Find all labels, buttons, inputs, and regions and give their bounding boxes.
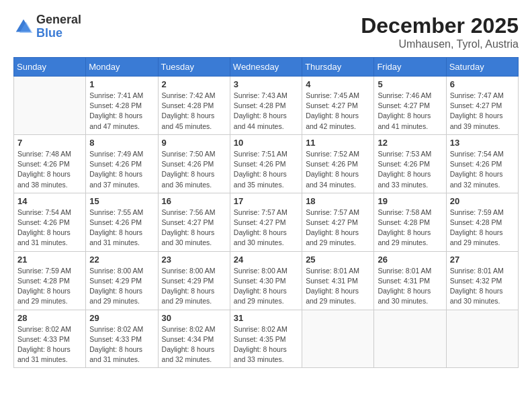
logo-text: General Blue: [36, 13, 81, 40]
logo-icon: [13, 17, 34, 37]
calendar-day-cell: 14Sunrise: 7:54 AMSunset: 4:26 PMDayligh…: [14, 193, 86, 251]
day-info: Sunrise: 7:48 AMSunset: 4:26 PMDaylight:…: [17, 149, 82, 190]
day-info: Sunrise: 7:43 AMSunset: 4:28 PMDaylight:…: [234, 91, 298, 132]
day-info: Sunrise: 8:02 AMSunset: 4:35 PMDaylight:…: [234, 324, 298, 365]
calendar-week-row: 21Sunrise: 7:59 AMSunset: 4:28 PMDayligh…: [14, 251, 519, 310]
calendar-day-cell: 5Sunrise: 7:46 AMSunset: 4:27 PMDaylight…: [374, 77, 446, 135]
day-number: 5: [378, 79, 442, 89]
calendar-day-cell: 1Sunrise: 7:41 AMSunset: 4:28 PMDaylight…: [86, 77, 158, 135]
day-number: 9: [162, 138, 226, 148]
day-number: 10: [234, 138, 298, 148]
calendar-day-cell: [374, 310, 446, 368]
day-info: Sunrise: 8:02 AMSunset: 4:33 PMDaylight:…: [89, 324, 154, 365]
day-info: Sunrise: 7:59 AMSunset: 4:28 PMDaylight:…: [17, 266, 82, 307]
weekday-header-saturday: Saturday: [446, 58, 518, 77]
day-info: Sunrise: 8:01 AMSunset: 4:31 PMDaylight:…: [378, 266, 442, 307]
day-info: Sunrise: 8:00 AMSunset: 4:29 PMDaylight:…: [89, 266, 154, 307]
calendar-day-cell: 30Sunrise: 8:02 AMSunset: 4:34 PMDayligh…: [158, 310, 230, 368]
calendar-day-cell: 15Sunrise: 7:55 AMSunset: 4:26 PMDayligh…: [86, 193, 158, 251]
logo: General Blue: [13, 13, 81, 40]
calendar-day-cell: 18Sunrise: 7:57 AMSunset: 4:27 PMDayligh…: [302, 193, 374, 251]
logo-general-label: General: [36, 13, 81, 27]
calendar-day-cell: 26Sunrise: 8:01 AMSunset: 4:31 PMDayligh…: [374, 251, 446, 310]
day-info: Sunrise: 7:54 AMSunset: 4:26 PMDaylight:…: [450, 149, 515, 190]
weekday-header-friday: Friday: [374, 58, 446, 77]
day-info: Sunrise: 7:56 AMSunset: 4:27 PMDaylight:…: [162, 208, 226, 248]
calendar-day-cell: 13Sunrise: 7:54 AMSunset: 4:26 PMDayligh…: [446, 134, 518, 193]
day-number: 1: [89, 79, 154, 89]
weekday-header-thursday: Thursday: [302, 58, 374, 77]
weekday-header-sunday: Sunday: [14, 58, 86, 77]
day-info: Sunrise: 8:01 AMSunset: 4:32 PMDaylight:…: [450, 266, 515, 307]
calendar-day-cell: 22Sunrise: 8:00 AMSunset: 4:29 PMDayligh…: [86, 251, 158, 310]
calendar-day-cell: 23Sunrise: 8:00 AMSunset: 4:29 PMDayligh…: [158, 251, 230, 310]
day-info: Sunrise: 7:53 AMSunset: 4:26 PMDaylight:…: [378, 149, 442, 190]
day-number: 13: [450, 138, 515, 148]
day-info: Sunrise: 7:47 AMSunset: 4:27 PMDaylight:…: [450, 91, 515, 132]
day-info: Sunrise: 7:50 AMSunset: 4:26 PMDaylight:…: [162, 149, 226, 190]
day-number: 4: [306, 79, 370, 89]
day-number: 18: [306, 196, 370, 206]
day-info: Sunrise: 7:45 AMSunset: 4:27 PMDaylight:…: [306, 91, 370, 132]
day-number: 16: [162, 196, 226, 206]
day-number: 7: [17, 138, 82, 148]
day-number: 15: [89, 196, 154, 206]
day-number: 14: [17, 196, 82, 206]
calendar-week-row: 28Sunrise: 8:02 AMSunset: 4:33 PMDayligh…: [14, 310, 519, 368]
calendar-week-row: 1Sunrise: 7:41 AMSunset: 4:28 PMDaylight…: [14, 77, 519, 135]
logo-blue-label: Blue: [36, 27, 81, 40]
calendar-day-cell: 4Sunrise: 7:45 AMSunset: 4:27 PMDaylight…: [302, 77, 374, 135]
day-number: 2: [162, 79, 226, 89]
calendar-week-row: 7Sunrise: 7:48 AMSunset: 4:26 PMDaylight…: [14, 134, 519, 193]
calendar-day-cell: 27Sunrise: 8:01 AMSunset: 4:32 PMDayligh…: [446, 251, 518, 310]
calendar-day-cell: 29Sunrise: 8:02 AMSunset: 4:33 PMDayligh…: [86, 310, 158, 368]
calendar-day-cell: 3Sunrise: 7:43 AMSunset: 4:28 PMDaylight…: [230, 77, 302, 135]
day-info: Sunrise: 7:57 AMSunset: 4:27 PMDaylight:…: [234, 208, 298, 248]
day-number: 21: [17, 255, 82, 265]
weekday-header-wednesday: Wednesday: [230, 58, 302, 77]
calendar-day-cell: 16Sunrise: 7:56 AMSunset: 4:27 PMDayligh…: [158, 193, 230, 251]
calendar-day-cell: 21Sunrise: 7:59 AMSunset: 4:28 PMDayligh…: [14, 251, 86, 310]
day-info: Sunrise: 7:42 AMSunset: 4:28 PMDaylight:…: [162, 91, 226, 132]
calendar-day-cell: [302, 310, 374, 368]
day-info: Sunrise: 7:57 AMSunset: 4:27 PMDaylight:…: [306, 208, 370, 248]
day-number: 27: [450, 255, 515, 265]
page-header: General Blue December 2025 Umhausen, Tyr…: [13, 13, 519, 50]
calendar-week-row: 14Sunrise: 7:54 AMSunset: 4:26 PMDayligh…: [14, 193, 519, 251]
day-number: 25: [306, 255, 370, 265]
calendar-body: 1Sunrise: 7:41 AMSunset: 4:28 PMDaylight…: [14, 77, 519, 368]
calendar-day-cell: 8Sunrise: 7:49 AMSunset: 4:26 PMDaylight…: [86, 134, 158, 193]
calendar-day-cell: 25Sunrise: 8:01 AMSunset: 4:31 PMDayligh…: [302, 251, 374, 310]
day-number: 29: [89, 313, 154, 323]
day-info: Sunrise: 7:58 AMSunset: 4:28 PMDaylight:…: [378, 208, 442, 248]
weekday-header-monday: Monday: [86, 58, 158, 77]
title-section: December 2025 Umhausen, Tyrol, Austria: [361, 13, 519, 50]
day-info: Sunrise: 7:41 AMSunset: 4:28 PMDaylight:…: [89, 91, 154, 132]
day-info: Sunrise: 7:59 AMSunset: 4:28 PMDaylight:…: [450, 208, 515, 248]
location-subtitle: Umhausen, Tyrol, Austria: [361, 38, 519, 50]
day-number: 30: [162, 313, 226, 323]
day-number: 6: [450, 79, 515, 89]
day-info: Sunrise: 7:49 AMSunset: 4:26 PMDaylight:…: [89, 149, 154, 190]
calendar-day-cell: 10Sunrise: 7:51 AMSunset: 4:26 PMDayligh…: [230, 134, 302, 193]
day-number: 26: [378, 255, 442, 265]
day-info: Sunrise: 8:02 AMSunset: 4:33 PMDaylight:…: [17, 324, 82, 365]
calendar-day-cell: 24Sunrise: 8:00 AMSunset: 4:30 PMDayligh…: [230, 251, 302, 310]
weekday-header-row: SundayMondayTuesdayWednesdayThursdayFrid…: [14, 58, 519, 77]
day-number: 11: [306, 138, 370, 148]
calendar-header: SundayMondayTuesdayWednesdayThursdayFrid…: [14, 58, 519, 77]
day-number: 3: [234, 79, 298, 89]
day-number: 12: [378, 138, 442, 148]
day-info: Sunrise: 8:01 AMSunset: 4:31 PMDaylight:…: [306, 266, 370, 307]
calendar-day-cell: 11Sunrise: 7:52 AMSunset: 4:26 PMDayligh…: [302, 134, 374, 193]
day-number: 20: [450, 196, 515, 206]
calendar-day-cell: 2Sunrise: 7:42 AMSunset: 4:28 PMDaylight…: [158, 77, 230, 135]
day-info: Sunrise: 8:00 AMSunset: 4:30 PMDaylight:…: [234, 266, 298, 307]
day-number: 19: [378, 196, 442, 206]
calendar-day-cell: [14, 77, 86, 135]
calendar-day-cell: [446, 310, 518, 368]
day-info: Sunrise: 8:02 AMSunset: 4:34 PMDaylight:…: [162, 324, 226, 365]
day-number: 23: [162, 255, 226, 265]
day-info: Sunrise: 7:46 AMSunset: 4:27 PMDaylight:…: [378, 91, 442, 132]
month-year-title: December 2025: [361, 13, 519, 38]
